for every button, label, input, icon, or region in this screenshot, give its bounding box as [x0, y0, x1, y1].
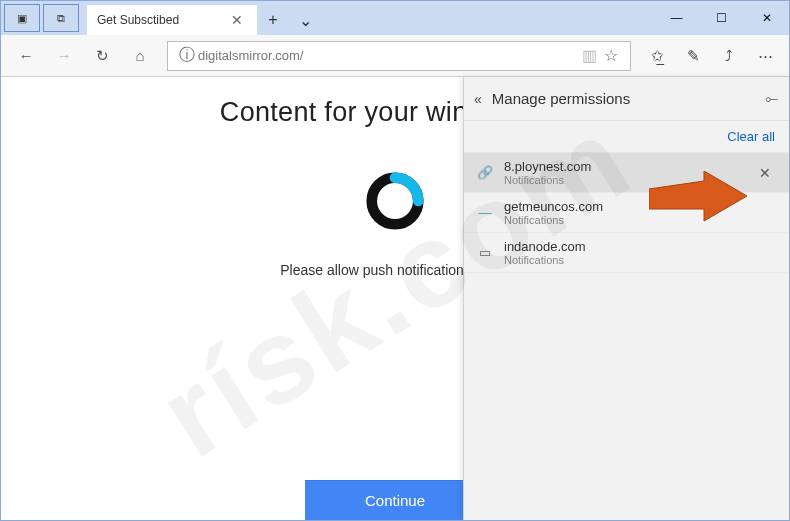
continue-button[interactable]: Continue	[305, 480, 485, 520]
site-card-icon: ▭	[476, 244, 494, 262]
sidebar-toggle-icon[interactable]: ▣	[4, 4, 40, 32]
forward-button[interactable]: →	[47, 39, 81, 73]
home-button[interactable]: ⌂	[123, 39, 157, 73]
svg-marker-1	[649, 171, 747, 221]
tab-close-icon[interactable]: ✕	[227, 12, 247, 28]
tab-dropdown-icon[interactable]: ⌄	[289, 5, 321, 35]
back-button[interactable]: ←	[9, 39, 43, 73]
window-maximize-button[interactable]: ☐	[699, 1, 744, 35]
tab-title: Get Subsctibed	[97, 13, 227, 27]
reading-view-icon[interactable]: ▥	[578, 46, 600, 65]
loading-spinner-icon	[364, 170, 426, 232]
site-link-icon: 🔗	[476, 164, 494, 182]
new-tab-button[interactable]: +	[257, 5, 289, 35]
favorites-button[interactable]: ✩̲	[641, 39, 673, 73]
favorite-icon[interactable]: ☆	[600, 46, 622, 65]
tabs-aside-icon[interactable]: ⧉	[43, 4, 79, 32]
browser-toolbar: ← → ↻ ⌂ ⓘ ▥ ☆ ✩̲ ✎ ⤴ ⋯	[1, 35, 789, 77]
window-titlebar: ▣ ⧉ Get Subsctibed ✕ + ⌄ — ☐ ✕	[1, 1, 789, 35]
permission-item[interactable]: ▭ indanode.com Notifications	[464, 233, 789, 273]
site-link-icon: —	[476, 204, 494, 222]
notes-button[interactable]: ✎	[677, 39, 709, 73]
browser-tab[interactable]: Get Subsctibed ✕	[87, 5, 257, 35]
permission-type: Notifications	[504, 254, 777, 266]
remove-permission-icon[interactable]: ✕	[753, 165, 777, 181]
window-close-button[interactable]: ✕	[744, 1, 789, 35]
window-minimize-button[interactable]: —	[654, 1, 699, 35]
refresh-button[interactable]: ↻	[85, 39, 119, 73]
url-input[interactable]	[198, 48, 578, 63]
panel-back-icon[interactable]: «	[474, 91, 482, 107]
panel-title: Manage permissions	[492, 90, 765, 107]
permissions-panel: « Manage permissions ⟜ Clear all 🔗 8.plo…	[463, 77, 789, 520]
site-info-icon[interactable]: ⓘ	[176, 45, 198, 66]
permission-domain: indanode.com	[504, 239, 777, 254]
address-bar[interactable]: ⓘ ▥ ☆	[167, 41, 631, 71]
share-button[interactable]: ⤴	[713, 39, 745, 73]
panel-pin-icon[interactable]: ⟜	[765, 90, 779, 107]
pointer-arrow-icon	[649, 171, 749, 231]
clear-all-link[interactable]: Clear all	[727, 129, 775, 144]
settings-button[interactable]: ⋯	[749, 39, 781, 73]
